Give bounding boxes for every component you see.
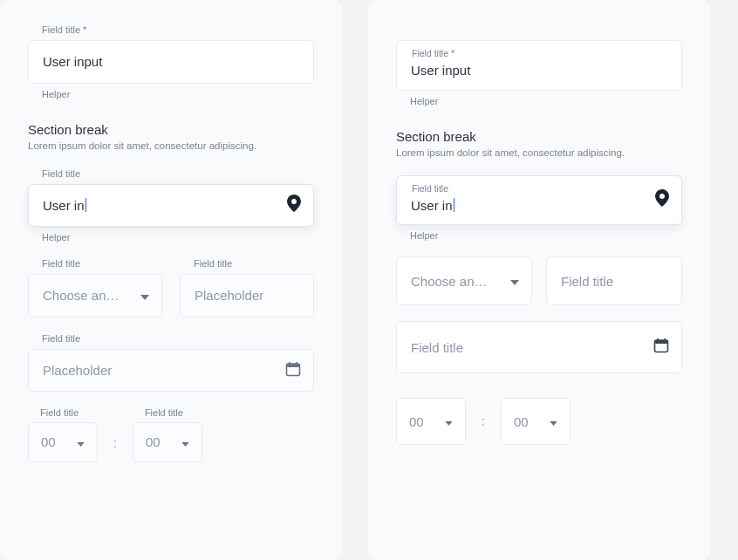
field-group: Field title * User input Helper — [396, 40, 682, 106]
helper-text: Helper — [396, 96, 682, 106]
text-caret — [85, 198, 86, 212]
field-label: Field title — [133, 407, 202, 418]
chevron-down-icon — [510, 273, 519, 289]
field-label: Field title — [28, 168, 314, 179]
helper-text: Helper — [396, 230, 682, 241]
calendar-icon — [285, 361, 301, 380]
field-col: Field title Choose an option — [28, 258, 162, 318]
time-row: 00 : 00 — [396, 398, 682, 445]
section-break: Section break Lorem ipsum dolor sit amet… — [396, 129, 682, 158]
field-label: Field title — [28, 258, 162, 269]
floating-label: Field title * — [412, 48, 454, 58]
field-group: Field title User in Helper — [396, 175, 682, 242]
select-input[interactable]: Choose an option — [28, 274, 162, 318]
time-value: 00 — [514, 413, 529, 431]
calendar-icon — [653, 338, 669, 357]
time-value: 00 — [41, 434, 56, 451]
minute-select[interactable]: 00 — [133, 422, 202, 462]
chevron-down-icon — [140, 288, 149, 304]
select-placeholder: Choose an option — [43, 287, 121, 304]
input-value: User in — [43, 198, 85, 213]
field-label: Field title — [28, 333, 314, 344]
field-group: Field title User in Helper — [28, 168, 314, 243]
field-col: Field title — [546, 256, 682, 305]
svg-rect-1 — [287, 364, 300, 367]
date-input[interactable]: Field title — [396, 321, 682, 373]
map-pin-icon — [655, 189, 669, 210]
form-panel-left: Field title * User input Helper Section … — [0, 0, 342, 560]
time-row: Field title 00 : Field title 00 — [28, 407, 314, 462]
text-input[interactable]: Placeholder — [180, 274, 314, 318]
time-value: 00 — [409, 413, 424, 431]
select-input[interactable]: Choose an option — [396, 256, 532, 305]
field-label: Field title — [180, 258, 314, 269]
text-caret — [454, 198, 454, 212]
map-pin-icon — [287, 195, 301, 215]
chevron-down-icon — [550, 413, 557, 429]
text-input[interactable]: Field title * User input — [396, 40, 682, 91]
placeholder: Field title — [561, 273, 613, 290]
section-description: Lorem ipsum dolor sit amet, consectetur … — [28, 140, 314, 151]
time-value: 00 — [146, 434, 161, 451]
section-title: Section break — [28, 122, 314, 137]
date-input[interactable]: Placeholder — [28, 349, 314, 393]
field-group: Field title * User input Helper — [28, 24, 314, 99]
placeholder: Placeholder — [195, 288, 263, 303]
chevron-down-icon — [77, 434, 85, 450]
input-value: User input — [43, 54, 102, 69]
placeholder: Field title — [411, 339, 463, 357]
svg-rect-5 — [655, 340, 668, 344]
helper-text: Helper — [28, 89, 314, 99]
chevron-down-icon — [181, 434, 189, 450]
time-separator: : — [113, 436, 117, 450]
time-separator: : — [482, 414, 485, 428]
helper-text: Helper — [28, 232, 314, 242]
floating-label: Field title — [412, 183, 448, 194]
form-panel-right: Field title * User input Helper Section … — [368, 0, 710, 560]
field-group: Field title — [396, 321, 682, 373]
field-row: Choose an option Field title — [396, 256, 682, 305]
time-field: Field title 00 — [133, 407, 202, 462]
section-description: Lorem ipsum dolor sit amet, consectetur … — [396, 147, 682, 158]
section-title: Section break — [396, 129, 682, 144]
location-input[interactable]: User in — [28, 184, 314, 228]
placeholder: Placeholder — [43, 363, 112, 378]
hour-select[interactable]: 00 — [28, 422, 98, 462]
input-value: User in — [411, 198, 453, 213]
field-label: Field title — [28, 407, 98, 418]
text-input[interactable]: Field title — [546, 256, 682, 305]
minute-select[interactable]: 00 — [501, 398, 571, 445]
chevron-down-icon — [445, 413, 453, 429]
location-input[interactable]: Field title User in — [396, 175, 682, 226]
input-value: User input — [411, 63, 470, 78]
field-col: Field title Placeholder — [180, 258, 314, 318]
text-input[interactable]: User input — [28, 40, 314, 84]
field-group: Field title Placeholder — [28, 333, 314, 393]
hour-select[interactable]: 00 — [396, 398, 466, 445]
time-field: Field title 00 — [28, 407, 98, 462]
select-placeholder: Choose an option — [411, 273, 489, 290]
field-row: Field title Choose an option Field title… — [28, 258, 314, 318]
field-col: Choose an option — [396, 256, 532, 305]
section-break: Section break Lorem ipsum dolor sit amet… — [28, 122, 314, 151]
field-label: Field title * — [28, 24, 314, 35]
